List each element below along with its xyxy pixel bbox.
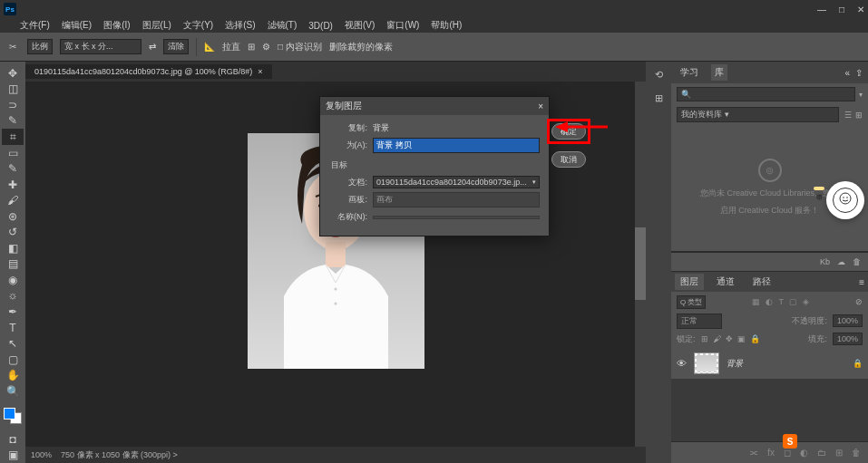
layer-style-icon[interactable]: fx	[767, 448, 775, 458]
properties-panel-icon[interactable]: ⊞	[649, 89, 668, 107]
lock-position-icon[interactable]: ✥	[726, 334, 733, 343]
fill-input[interactable]: 100%	[833, 333, 863, 345]
menu-layer[interactable]: 图层(L)	[142, 19, 171, 32]
filter-shape-icon[interactable]: ▢	[789, 297, 797, 306]
menu-window[interactable]: 窗口(W)	[386, 19, 419, 32]
menu-select[interactable]: 选择(S)	[225, 19, 255, 32]
lasso-tool-icon[interactable]: ⊃	[2, 97, 24, 113]
group-icon[interactable]: 🗀	[817, 448, 826, 458]
dodge-tool-icon[interactable]: ☼	[2, 288, 24, 304]
lock-image-icon[interactable]: 🖌	[713, 334, 721, 343]
filter-type-icon[interactable]: T	[778, 297, 784, 306]
link-layers-icon[interactable]: ⫘	[749, 448, 758, 458]
minimize-button[interactable]: —	[817, 5, 826, 14]
search-dropdown-icon[interactable]: ▾	[859, 91, 863, 99]
marquee-tool-icon[interactable]: ◫	[2, 82, 24, 98]
filter-adjust-icon[interactable]: ◐	[766, 297, 773, 306]
trash-icon[interactable]: 🗑	[853, 257, 861, 266]
layer-lock-icon[interactable]: 🔒	[853, 359, 863, 368]
layer-thumbnail[interactable]	[694, 352, 719, 374]
dialog-titlebar[interactable]: 复制图层 ×	[320, 97, 549, 115]
zoom-level[interactable]: 100%	[31, 450, 52, 459]
zoom-tool-icon[interactable]: 🔍	[2, 383, 24, 400]
menu-file[interactable]: 文件(F)	[20, 19, 50, 32]
swap-icon[interactable]: ⇄	[149, 42, 156, 52]
menu-type[interactable]: 文字(Y)	[183, 19, 213, 32]
menu-image[interactable]: 图像(I)	[103, 19, 130, 32]
filter-smart-icon[interactable]: ◈	[803, 297, 809, 306]
document-dropdown[interactable]: 0190115da41cc9a801204cd0b9073e.jp...▾	[373, 176, 540, 188]
blur-tool-icon[interactable]: ◉	[2, 272, 24, 288]
type-tool-icon[interactable]: T	[2, 320, 24, 336]
lock-all-icon[interactable]: 🔒	[750, 334, 760, 343]
dialog-close-icon[interactable]: ×	[538, 101, 543, 111]
path-select-tool-icon[interactable]: ↖	[2, 335, 24, 352]
gradient-tool-icon[interactable]: ▤	[2, 256, 24, 273]
shape-tool-icon[interactable]: ▢	[2, 352, 24, 368]
stamp-tool-icon[interactable]: ⊛	[2, 208, 24, 225]
maximize-button[interactable]: □	[839, 5, 844, 14]
grid-view-icon[interactable]: ⊞	[855, 111, 863, 120]
grid-icon[interactable]: ⊞	[248, 42, 255, 52]
new-layer-icon[interactable]: ⊞	[835, 448, 843, 458]
list-view-icon[interactable]: ☰	[844, 111, 852, 120]
layer-name[interactable]: 背景	[727, 358, 743, 370]
menu-filter[interactable]: 滤镜(T)	[268, 19, 297, 32]
vertical-scrollbar[interactable]	[635, 82, 646, 447]
move-tool-icon[interactable]: ✥	[2, 65, 24, 82]
learn-tab[interactable]: 学习	[677, 64, 702, 81]
libraries-tab[interactable]: 库	[711, 64, 727, 81]
cancel-button[interactable]: 取消	[551, 151, 586, 168]
quick-mask-icon[interactable]: ◘	[2, 431, 24, 448]
frame-tool-icon[interactable]: ▭	[2, 145, 24, 161]
channels-tab[interactable]: 通道	[711, 274, 740, 290]
visibility-icon[interactable]: 👁	[677, 358, 687, 369]
layer-item[interactable]: 👁 背景 🔒	[671, 348, 868, 379]
document-tab[interactable]: 0190115da41cc9a801204cd0b9073c.jpg @ 100…	[25, 64, 272, 79]
eraser-tool-icon[interactable]: ◧	[2, 240, 24, 256]
sogou-ime-icon[interactable]: S	[783, 434, 797, 449]
window-close-button[interactable]: ✕	[857, 5, 864, 14]
as-input[interactable]: 背景 拷贝	[373, 138, 540, 153]
delete-layer-icon[interactable]: 🗑	[852, 448, 861, 458]
cloud-icon[interactable]: ☁	[837, 257, 845, 266]
lock-transparent-icon[interactable]: ⊞	[701, 334, 708, 343]
color-swatch[interactable]	[4, 408, 22, 424]
eyedropper-tool-icon[interactable]: ✎	[2, 160, 24, 177]
crop-tool-icon[interactable]: ⌗	[2, 129, 24, 145]
pen-tool-icon[interactable]: ✒	[2, 304, 24, 320]
dimensions-input[interactable]: 宽 x 长 x 分...	[60, 39, 141, 54]
menu-help[interactable]: 帮助(H)	[431, 19, 462, 32]
healing-tool-icon[interactable]: ✚	[2, 177, 24, 193]
libraries-search-input[interactable]	[677, 87, 855, 101]
document-tab-close-icon[interactable]: ×	[258, 67, 262, 76]
panel-menu-icon[interactable]: ≡	[859, 277, 864, 287]
history-brush-tool-icon[interactable]: ↺	[2, 224, 24, 240]
screen-mode-icon[interactable]: ▣	[2, 448, 24, 463]
settings-icon[interactable]: ⚙	[262, 42, 270, 52]
menu-view[interactable]: 视图(V)	[345, 19, 375, 32]
paths-tab[interactable]: 路径	[747, 274, 776, 290]
layers-tab[interactable]: 图层	[675, 274, 704, 290]
content-aware-checkbox[interactable]: □ 内容识别	[278, 41, 322, 53]
clear-button[interactable]: 清除	[163, 39, 189, 54]
quick-select-tool-icon[interactable]: ✎	[2, 113, 24, 130]
menu-3d[interactable]: 3D(D)	[308, 21, 333, 31]
layer-mask-icon[interactable]: ◻	[784, 448, 791, 458]
blend-mode-dropdown[interactable]: 正常	[677, 313, 722, 329]
hand-tool-icon[interactable]: ✋	[2, 367, 24, 383]
library-dropdown[interactable]: 我的资料库 ▾	[677, 107, 839, 122]
opacity-input[interactable]: 100%	[833, 314, 863, 327]
filter-toggle-icon[interactable]: ⊘	[855, 297, 863, 306]
share-icon[interactable]: ⇪	[855, 68, 863, 78]
history-panel-icon[interactable]: ⟲	[649, 65, 668, 83]
menu-edit[interactable]: 编辑(E)	[62, 19, 92, 32]
layer-filter-dropdown[interactable]: Q 类型	[677, 295, 706, 309]
brush-tool-icon[interactable]: 🖌	[2, 192, 24, 208]
adjustment-layer-icon[interactable]: ◐	[800, 448, 808, 458]
lock-artboard-icon[interactable]: ▣	[737, 334, 746, 343]
ratio-dropdown[interactable]: 比例	[27, 39, 53, 54]
panel-collapse-icon[interactable]: «	[844, 68, 850, 78]
crop-tool-icon[interactable]: ✂	[5, 40, 20, 54]
straighten-icon[interactable]: 📐	[204, 42, 215, 52]
